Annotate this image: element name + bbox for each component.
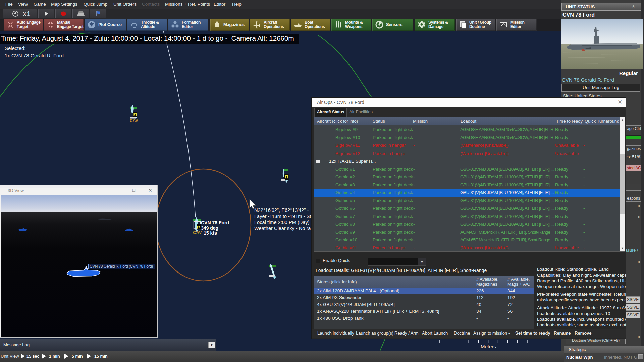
svg-text:CAV: CAV [193, 230, 202, 235]
svg-text:CAV: CAV [130, 118, 138, 123]
svg-text:15 kts: 15 kts [204, 230, 217, 236]
svg-text:349 deg: 349 deg [201, 225, 218, 231]
svg-text:Layer -113m to -191m - Stre: Layer -113m to -191m - Stre [254, 214, 315, 219]
svg-text:Weather Clear sky - No rain: Weather Clear sky - No rain [254, 226, 315, 231]
svg-text:N22°16'02", E62°13'42" - 1.19: N22°16'02", E62°13'42" - 1.19 [254, 207, 320, 213]
svg-text:Local time 2:00 PM (Day): Local time 2:00 PM (Day) [254, 220, 310, 225]
svg-text:Meters: Meters [481, 344, 496, 349]
svg-text:CVN 78 Ford: CVN 78 Ford [201, 220, 229, 225]
